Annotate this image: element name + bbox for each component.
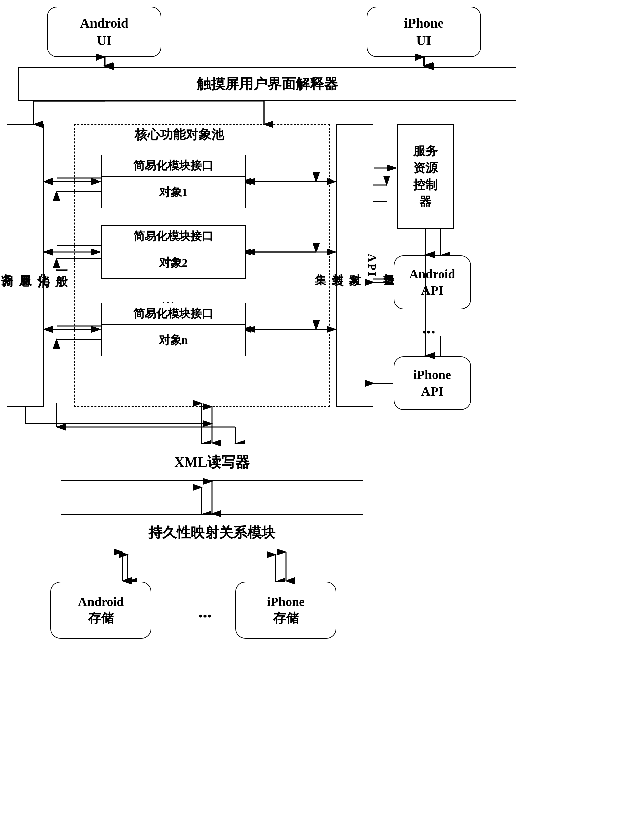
module2-header: 简易化模块接口 (101, 226, 245, 247)
module2-body: 对象2 (101, 247, 245, 278)
android-storage-node: Android 存储 (51, 581, 151, 639)
module2-box: 简易化模块接口 对象2 (101, 225, 245, 279)
modulen-box: 简易化模块接口 对象n (101, 303, 245, 356)
android-ui-node: Android UI (47, 7, 161, 57)
general-scheduler-box: 一般 化消 息服 务调 度器 (7, 125, 44, 407)
dots-storage: ... (198, 602, 212, 622)
module1-body: 对象1 (101, 177, 245, 208)
persistent-mapping-box: 持久性映射关系模块 (60, 514, 363, 551)
diagram: Android UI iPhone UI 触摸屏用户界面解释器 核心功能对象池 … (0, 0, 634, 840)
core-pool-label: 核心功能对象池 (134, 126, 224, 143)
touch-interpreter-box: 触摸屏用户界面解释器 (19, 67, 516, 101)
light-api-box: 轻量 API 对象 封装 集 (336, 125, 373, 407)
iphone-api-node: iPhone API (394, 356, 471, 410)
dots-api: ... (422, 317, 435, 338)
iphone-storage-node: iPhone 存储 (236, 581, 336, 639)
module1-box: 简易化模块接口 对象1 (101, 155, 245, 208)
android-api-node: Android API (394, 256, 471, 309)
xml-rw-box: XML读写器 (60, 444, 363, 481)
modulen-body: 对象n (101, 325, 245, 355)
modulen-header: 简易化模块接口 (101, 303, 245, 325)
iphone-ui-node: iPhone UI (367, 7, 481, 57)
service-controller-box: 服务 资源 控制 器 (397, 125, 454, 229)
module1-header: 简易化模块接口 (101, 155, 245, 177)
